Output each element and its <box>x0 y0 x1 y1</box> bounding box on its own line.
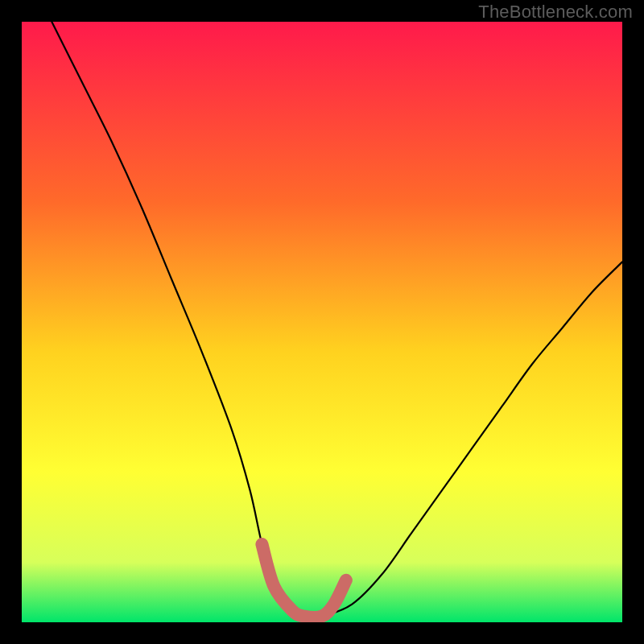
plot-area <box>22 22 622 622</box>
bottleneck-chart <box>22 22 622 622</box>
chart-frame: TheBottleneck.com <box>0 0 644 644</box>
watermark-text: TheBottleneck.com <box>478 2 633 23</box>
gradient-background <box>22 22 622 622</box>
